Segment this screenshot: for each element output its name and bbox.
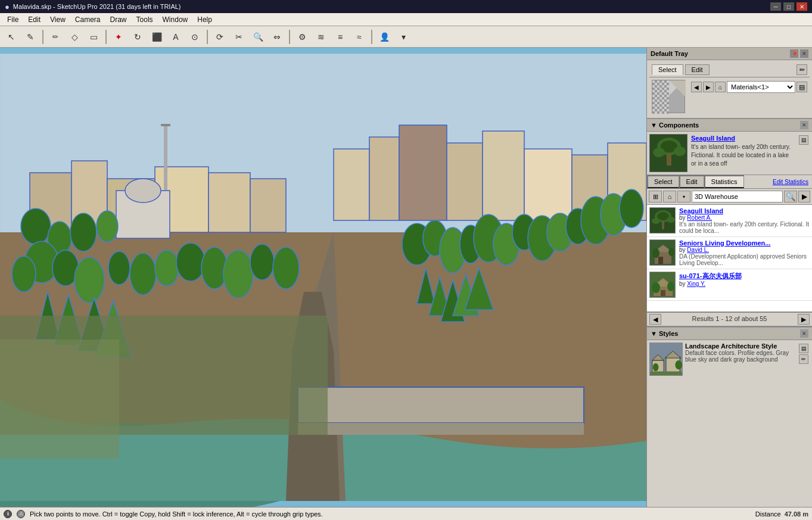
rotate-tool-button[interactable]: ↻ (129, 29, 147, 45)
sections-button[interactable]: ≋ (312, 29, 330, 45)
svg-point-31 (108, 251, 130, 285)
results-next-button[interactable]: ▶ (798, 314, 810, 325)
component-options-button[interactable]: ▤ (799, 135, 808, 145)
result-thumb-2 (649, 239, 676, 266)
edit-statistics-button[interactable]: Edit Statistics (769, 175, 812, 188)
result-item-3[interactable]: su-071-高尔夫俱乐部 by Xing Y. (647, 269, 812, 301)
statusbar: ℹ ⚠ Pick two points to move. Ctrl = togg… (0, 507, 812, 520)
result-title-2[interactable]: Seniors Living Developmen... (679, 239, 810, 247)
component-name[interactable]: Seagull Island (691, 134, 794, 143)
result-desc-1: It's an island town- early 20th century.… (679, 221, 810, 234)
eraser-tool-button[interactable]: ✎ (21, 29, 39, 45)
styles-close-button[interactable]: ✕ (800, 329, 808, 338)
component-nav-button[interactable]: ▶ (798, 191, 810, 203)
scale-tool-button[interactable]: ⬛ (148, 29, 166, 45)
tray-close-button[interactable]: ✕ (800, 49, 808, 58)
component-search-button[interactable]: 🔍 (784, 191, 797, 203)
menu-camera[interactable]: Camera (70, 14, 105, 25)
menu-help[interactable]: Help (192, 14, 217, 25)
component-search-bar: ⊞ ⌂ ▾ 🔍 ▶ (647, 189, 812, 205)
component-home-button[interactable]: ⌂ (663, 191, 676, 203)
toolbar-separator-3 (207, 30, 208, 44)
component-search-input[interactable] (692, 191, 783, 203)
materials-back-button[interactable]: ◀ (691, 82, 702, 92)
menu-tools[interactable]: Tools (132, 14, 158, 25)
text-tool-button[interactable]: A (167, 29, 185, 45)
svg-rect-9 (483, 131, 524, 220)
minimize-button[interactable]: ─ (770, 2, 781, 11)
component-info: Seagull Island It's an island town- earl… (691, 134, 794, 172)
toolbar-separator-4 (289, 30, 290, 44)
materials-forward-button[interactable]: ▶ (703, 82, 714, 92)
menu-view[interactable]: View (45, 14, 70, 25)
pencil-tool-button[interactable]: ✏ (46, 29, 64, 45)
svg-point-37 (250, 244, 274, 280)
close-button[interactable]: ✕ (797, 2, 807, 11)
result-item[interactable]: Seagull Island by Robert A. It's an isla… (647, 205, 812, 237)
component-statistics-tab[interactable]: Statistics (704, 175, 744, 188)
svg-point-86 (652, 248, 659, 258)
result-thumb-3 (649, 272, 676, 298)
status-info-icon[interactable]: ℹ (4, 510, 12, 518)
materials-edit-tab[interactable]: Edit (685, 64, 710, 75)
component-select-tab[interactable]: Select (647, 175, 679, 188)
window-controls: ─ □ ✕ (770, 2, 807, 11)
model-info-button[interactable]: ⚙ (293, 29, 311, 45)
components-section-header[interactable]: ▼ Components ✕ (647, 119, 812, 132)
layers-button[interactable]: ≡ (331, 29, 349, 45)
styles-section-header[interactable]: ▼ Styles ✕ (647, 327, 812, 340)
scenes-button[interactable]: ≈ (350, 29, 368, 45)
toolbar-separator-1 (42, 30, 43, 44)
materials-dropdown[interactable]: Materials<1> (727, 81, 795, 93)
result-title-1[interactable]: Seagull Island (679, 207, 810, 214)
styles-edit-button[interactable]: ✏ (799, 354, 808, 364)
dropdown-tool-button[interactable]: ▾ (394, 29, 412, 45)
style-description: Default face colors. Profile edges. Gray… (685, 350, 795, 363)
move-tool-button[interactable]: ✦ (110, 29, 127, 45)
author-link-3[interactable]: Xing Y. (687, 281, 705, 287)
tray-pin-button[interactable]: 📌 (790, 49, 798, 58)
materials-preview-area: ◀ ▶ ⌂ Materials<1> ▤ (649, 77, 810, 116)
3d-viewport[interactable] (0, 48, 646, 507)
author-link-1[interactable]: Robert A. (687, 214, 712, 221)
rect-tool-button[interactable]: ▭ (85, 29, 102, 45)
component-results-list[interactable]: Seagull Island by Robert A. It's an isla… (647, 205, 812, 312)
svg-rect-93 (661, 290, 665, 296)
component-home2-button[interactable]: ▾ (677, 191, 690, 203)
maximize-button[interactable]: □ (783, 2, 794, 11)
result-item-2[interactable]: Seniors Living Developmen... by David L.… (647, 237, 812, 269)
tape-tool-button[interactable]: ⇔ (268, 29, 286, 45)
svg-point-36 (223, 250, 253, 298)
components-close-button[interactable]: ✕ (800, 121, 808, 129)
right-panel: Default Tray 📌 ✕ Select Edit ✏ (646, 48, 812, 507)
menu-file[interactable]: File (2, 14, 23, 25)
menu-edit[interactable]: Edit (23, 14, 45, 25)
menubar: File Edit View Camera Draw Tools Window … (0, 13, 812, 26)
svg-rect-5 (334, 149, 369, 220)
orbit-tool-button[interactable]: ⊙ (186, 29, 204, 45)
materials-details-button[interactable]: ▤ (797, 82, 807, 92)
materials-select-tab[interactable]: Select (652, 64, 683, 75)
materials-home-button[interactable]: ⌂ (715, 82, 726, 92)
paint-tool-button[interactable]: ⟳ (211, 29, 229, 45)
component-view-button[interactable]: ⊞ (649, 191, 662, 203)
result-title-3[interactable]: su-071-高尔夫俱乐部 (679, 272, 810, 281)
status-warning-icon[interactable]: ⚠ (17, 510, 25, 518)
zoom-tool-button[interactable]: 🔍 (249, 29, 267, 45)
results-prev-button[interactable]: ◀ (649, 314, 661, 325)
pushpull-tool-button[interactable]: ✂ (230, 29, 248, 45)
toolbar-separator-5 (371, 30, 372, 44)
select-tool-button[interactable]: ↖ (2, 29, 20, 45)
menu-window[interactable]: Window (158, 14, 193, 25)
titlebar: ● Malavida.skp - SketchUp Pro 2021 (31 d… (0, 0, 812, 13)
menu-draw[interactable]: Draw (105, 14, 132, 25)
profile-button[interactable]: 👤 (375, 29, 393, 45)
component-edit-tab[interactable]: Edit (679, 175, 704, 188)
shape-tool-button[interactable]: ◇ (66, 29, 83, 45)
materials-sample-button[interactable]: ✏ (797, 64, 807, 75)
author-link-2[interactable]: David L. (687, 247, 709, 253)
svg-point-91 (652, 282, 660, 293)
materials-nav: ◀ ▶ ⌂ Materials<1> ▤ (691, 81, 807, 93)
styles-options-button[interactable]: ▤ (799, 344, 808, 353)
svg-point-51 (620, 189, 643, 228)
